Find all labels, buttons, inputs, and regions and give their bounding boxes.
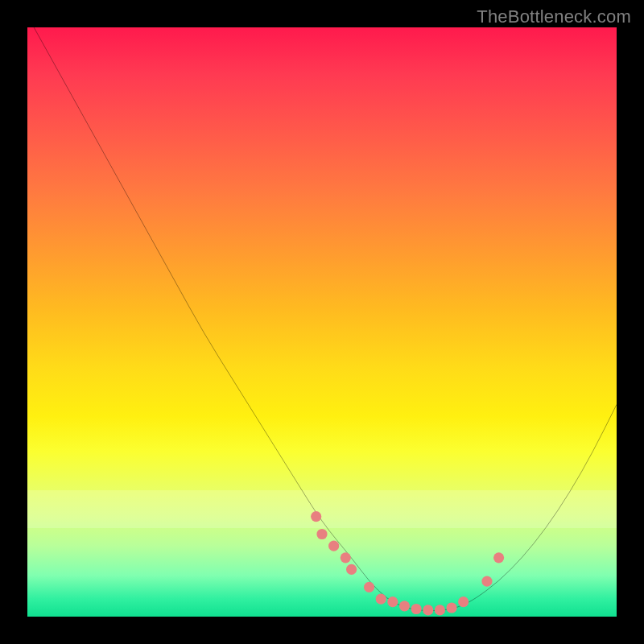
- bottleneck-curve: [27, 27, 617, 611]
- highlight-dot: [435, 605, 445, 615]
- highlight-dot: [376, 593, 386, 604]
- highlight-dot: [316, 529, 327, 539]
- highlight-dot: [493, 552, 504, 563]
- highlight-dot: [311, 511, 321, 522]
- highlight-dot: [446, 602, 456, 613]
- highlight-dot: [364, 582, 374, 592]
- highlight-dot: [423, 605, 433, 615]
- highlight-dot: [328, 541, 339, 551]
- highlight-dot: [399, 601, 410, 611]
- highlight-dot: [481, 576, 492, 586]
- highlight-dot: [341, 552, 351, 563]
- watermark-text: TheBottleneck.com: [477, 6, 631, 27]
- curve-layer: [27, 27, 617, 617]
- highlight-dot: [346, 564, 357, 575]
- highlight-dot: [458, 597, 469, 607]
- highlight-dot: [411, 604, 422, 614]
- plot-area: [27, 27, 617, 617]
- highlight-dot: [387, 597, 398, 607]
- chart-frame: TheBottleneck.com: [0, 0, 644, 644]
